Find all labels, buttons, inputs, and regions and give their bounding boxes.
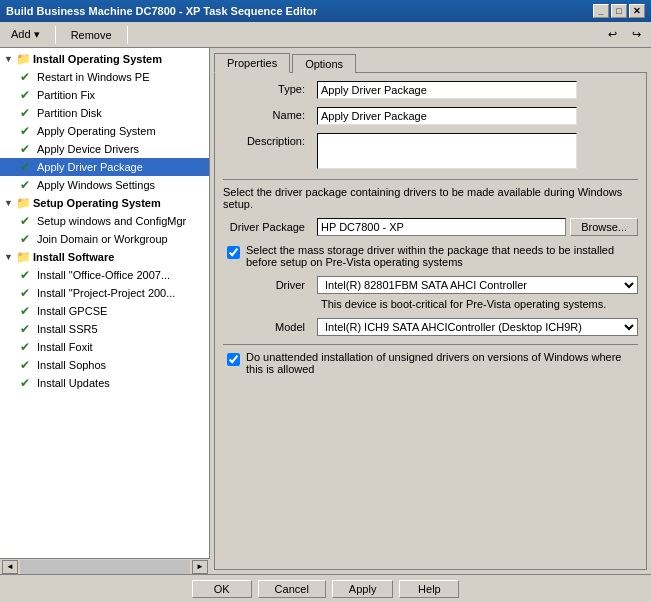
- toolbar-separator-2: [127, 26, 128, 44]
- check-icon-proj: ✔: [20, 286, 34, 300]
- group-install-sw[interactable]: ▼ 📁 Install Software: [0, 248, 209, 266]
- tree-item-setup-configmgr[interactable]: ✔ Setup windows and ConfigMgr: [0, 212, 209, 230]
- type-value-container: [317, 81, 638, 99]
- tree-item-install-sophos[interactable]: ✔ Install Sophos: [0, 356, 209, 374]
- description-value-container: [317, 133, 638, 171]
- cancel-button[interactable]: Cancel: [258, 580, 326, 598]
- window-title: Build Business Machine DC7800 - XP Task …: [6, 5, 317, 17]
- bottom-bar: OK Cancel Apply Help: [0, 574, 651, 602]
- tree-item-install-gpcse[interactable]: ✔ Install GPCSE: [0, 302, 209, 320]
- checkbox-2-row: Do unattended installation of unsigned d…: [223, 351, 638, 375]
- name-label: Name:: [223, 107, 313, 121]
- item-label-partition-fix: Partition Fix: [37, 89, 95, 101]
- ok-button[interactable]: OK: [192, 580, 252, 598]
- scroll-right-button[interactable]: ►: [192, 560, 208, 574]
- type-label: Type:: [223, 81, 313, 95]
- check-icon-pdisk: ✔: [20, 106, 34, 120]
- item-label-install-sophos: Install Sophos: [37, 359, 106, 371]
- name-input[interactable]: [317, 107, 577, 125]
- tree-item-install-foxit[interactable]: ✔ Install Foxit: [0, 338, 209, 356]
- name-value-container: [317, 107, 638, 125]
- item-label-apply-os: Apply Operating System: [37, 125, 156, 137]
- tree-item-partition-disk[interactable]: ✔ Partition Disk: [0, 104, 209, 122]
- tab-options[interactable]: Options: [292, 54, 356, 73]
- check-icon-sophos: ✔: [20, 358, 34, 372]
- model-dropdown-wrapper: Intel(R) ICH9 SATA AHCIController (Deskt…: [317, 318, 638, 336]
- tree-item-apply-driver-package[interactable]: ✔ Apply Driver Package: [0, 158, 209, 176]
- apply-button[interactable]: Apply: [332, 580, 394, 598]
- model-label: Model: [223, 321, 313, 333]
- driver-package-input[interactable]: [317, 218, 566, 236]
- group3-label: Install Software: [33, 251, 114, 263]
- model-select[interactable]: Intel(R) ICH9 SATA AHCIController (Deskt…: [317, 318, 638, 336]
- tree-item-join-domain[interactable]: ✔ Join Domain or Workgroup: [0, 230, 209, 248]
- separator-1: [223, 179, 638, 180]
- description-label: Description:: [223, 133, 313, 147]
- tab-bar: Properties Options: [210, 48, 651, 72]
- item-label-join-domain: Join Domain or Workgroup: [37, 233, 168, 245]
- tree-item-restart[interactable]: ✔ Restart in Windows PE: [0, 68, 209, 86]
- description-row: Description:: [223, 133, 638, 171]
- checkbox-mass-storage[interactable]: [227, 246, 240, 259]
- expand-icon-1: ▼: [4, 54, 14, 64]
- driver-select[interactable]: Intel(R) 82801FBM SATA AHCI Controller: [317, 276, 638, 294]
- tree-item-apply-win-settings[interactable]: ✔ Apply Windows Settings: [0, 176, 209, 194]
- tree-item-install-office[interactable]: ✔ Install "Office-Office 2007...: [0, 266, 209, 284]
- checkbox-1-row: Select the mass storage driver within th…: [223, 244, 638, 268]
- tree-item-install-project[interactable]: ✔ Install "Project-Project 200...: [0, 284, 209, 302]
- tree-item-apply-os[interactable]: ✔ Apply Operating System: [0, 122, 209, 140]
- item-label-install-foxit: Install Foxit: [37, 341, 93, 353]
- toolbar: Add ▾ Remove ↩ ↪: [0, 22, 651, 48]
- group-setup-os[interactable]: ▼ 📁 Setup Operating System: [0, 194, 209, 212]
- toolbar-separator: [55, 26, 56, 44]
- check-icon-adrv: ✔: [20, 142, 34, 156]
- help-button[interactable]: Help: [399, 580, 459, 598]
- check-icon-foxit: ✔: [20, 340, 34, 354]
- scroll-track[interactable]: [20, 560, 190, 574]
- properties-panel: Type: Name: Description:: [214, 72, 647, 570]
- group1-label: Install Operating System: [33, 53, 162, 65]
- remove-button[interactable]: Remove: [64, 27, 119, 43]
- scroll-left-button[interactable]: ◄: [2, 560, 18, 574]
- checkbox-unsigned-drivers[interactable]: [227, 353, 240, 366]
- toolbar-icons: ↩ ↪: [601, 25, 647, 45]
- tree-item-install-updates[interactable]: ✔ Install Updates: [0, 374, 209, 392]
- check-icon-off: ✔: [20, 268, 34, 282]
- check-icon-pfix: ✔: [20, 88, 34, 102]
- item-label-install-updates: Install Updates: [37, 377, 110, 389]
- boot-critical-text: This device is boot-critical for Pre-Vis…: [223, 298, 638, 310]
- section-text: Select the driver package containing dri…: [223, 186, 638, 210]
- group-install-os[interactable]: ▼ 📁 Install Operating System: [0, 50, 209, 68]
- check-icon-adp: ✔: [20, 160, 34, 174]
- checkbox-1-label: Select the mass storage driver within th…: [246, 244, 638, 268]
- driver-package-label: Driver Package: [223, 221, 313, 233]
- maximize-button[interactable]: □: [611, 4, 627, 18]
- check-icon-scm: ✔: [20, 214, 34, 228]
- tab-properties[interactable]: Properties: [214, 53, 290, 73]
- add-button[interactable]: Add ▾: [4, 26, 47, 43]
- item-label-restart: Restart in Windows PE: [37, 71, 149, 83]
- right-panel: Properties Options Type: Name: Descri: [210, 48, 651, 574]
- undo-button[interactable]: ↩: [601, 25, 623, 45]
- model-row: Model Intel(R) ICH9 SATA AHCIController …: [223, 318, 638, 336]
- check-icon-gpcse: ✔: [20, 304, 34, 318]
- tree-item-install-ssr5[interactable]: ✔ Install SSR5: [0, 320, 209, 338]
- close-button[interactable]: ✕: [629, 4, 645, 18]
- folder-icon-1: 📁: [16, 52, 31, 66]
- item-label-install-gpcse: Install GPCSE: [37, 305, 107, 317]
- description-textarea[interactable]: [317, 133, 577, 169]
- type-input[interactable]: [317, 81, 577, 99]
- main-content: ▼ 📁 Install Operating System ✔ Restart i…: [0, 48, 651, 574]
- browse-button[interactable]: Browse...: [570, 218, 638, 236]
- item-label-install-project: Install "Project-Project 200...: [37, 287, 175, 299]
- redo-button[interactable]: ↪: [625, 25, 647, 45]
- tree-item-partition-fix[interactable]: ✔ Partition Fix: [0, 86, 209, 104]
- tree-item-apply-drivers[interactable]: ✔ Apply Device Drivers: [0, 140, 209, 158]
- folder-icon-2: 📁: [16, 196, 31, 210]
- minimize-button[interactable]: _: [593, 4, 609, 18]
- separator-2: [223, 344, 638, 345]
- item-label-install-ssr5: Install SSR5: [37, 323, 98, 335]
- driver-dropdown-wrapper: Intel(R) 82801FBM SATA AHCI Controller: [317, 276, 638, 294]
- checkbox-2-label: Do unattended installation of unsigned d…: [246, 351, 638, 375]
- item-label-install-office: Install "Office-Office 2007...: [37, 269, 170, 281]
